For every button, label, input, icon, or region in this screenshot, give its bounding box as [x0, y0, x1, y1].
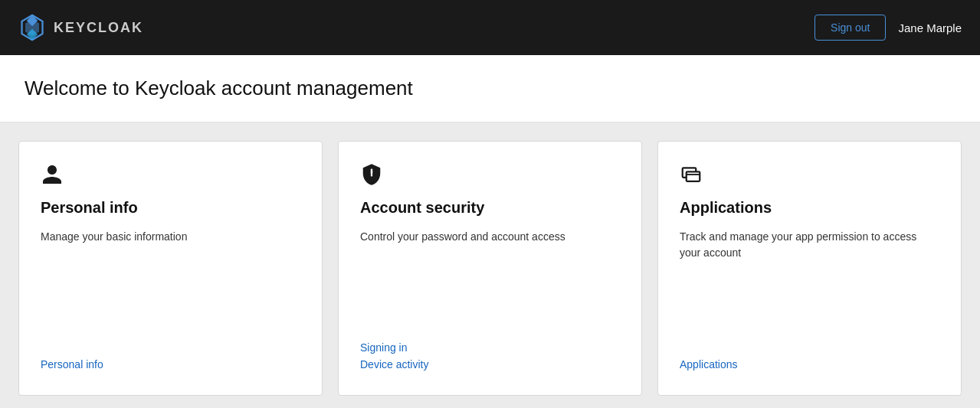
logo-area: KEYCLOAK [18, 14, 143, 41]
applications-description: Track and manage your app permission to … [680, 229, 939, 343]
shield-exclamation-icon [360, 163, 620, 190]
logo-text: KEYCLOAK [54, 20, 143, 36]
applications-card: Applications Track and manage your app p… [657, 141, 962, 396]
header-right: Sign out Jane Marple [814, 15, 962, 41]
device-activity-link[interactable]: Device activity [360, 358, 620, 370]
welcome-title: Welcome to Keycloak account management [25, 77, 955, 100]
personal-info-card: Personal info Manage your basic informat… [18, 141, 323, 396]
personal-info-link[interactable]: Personal info [41, 358, 300, 370]
account-security-title: Account security [360, 199, 620, 217]
welcome-banner: Welcome to Keycloak account management [0, 55, 980, 122]
applications-title: Applications [680, 199, 939, 217]
account-security-links: Signing in Device activity [360, 341, 620, 370]
sign-out-button[interactable]: Sign out [814, 15, 886, 41]
applications-link[interactable]: Applications [680, 358, 939, 370]
personal-info-description: Manage your basic information [41, 229, 300, 343]
applications-links: Applications [680, 358, 939, 370]
personal-info-title: Personal info [41, 199, 300, 217]
person-icon [41, 163, 300, 190]
svg-rect-5 [687, 171, 700, 181]
applications-icon [680, 163, 939, 190]
personal-info-links: Personal info [41, 358, 300, 370]
account-security-description: Control your password and account access [360, 229, 620, 326]
keycloak-logo-icon [18, 14, 46, 41]
header: KEYCLOAK Sign out Jane Marple [0, 0, 980, 55]
account-security-card: Account security Control your password a… [338, 141, 642, 396]
username-display: Jane Marple [898, 21, 962, 34]
signing-in-link[interactable]: Signing in [360, 341, 620, 354]
cards-area: Personal info Manage your basic informat… [0, 122, 980, 408]
